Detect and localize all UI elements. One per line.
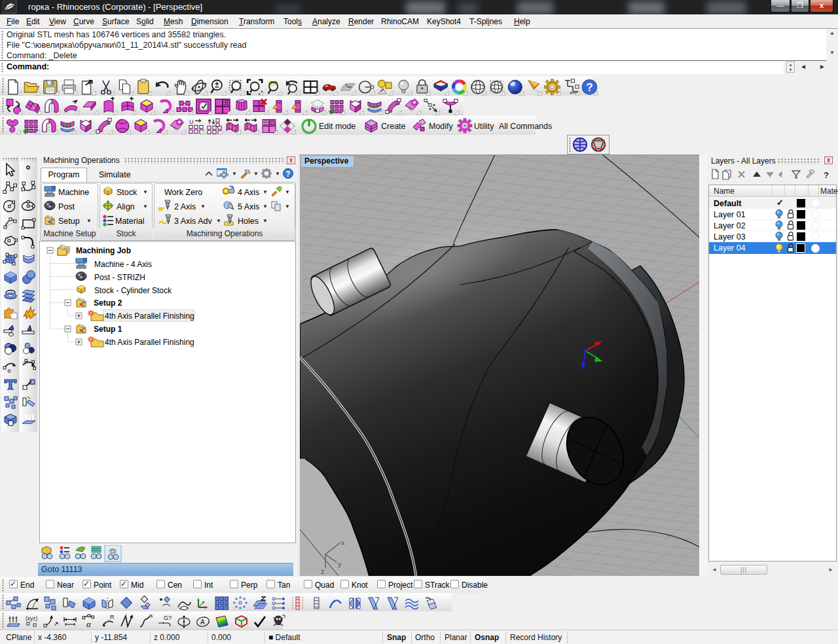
svg-text:Modify: Modify (429, 122, 454, 131)
svg-text:z: z (321, 567, 325, 575)
svg-text:y: y (338, 560, 342, 568)
svg-text:Create: Create (381, 122, 406, 131)
svg-text:All Commands: All Commands (499, 122, 552, 131)
svg-text:Edit mode: Edit mode (319, 122, 355, 131)
svg-text:?: ? (824, 170, 829, 180)
svg-text:x: x (341, 539, 345, 546)
svg-text:Utility: Utility (474, 122, 494, 131)
